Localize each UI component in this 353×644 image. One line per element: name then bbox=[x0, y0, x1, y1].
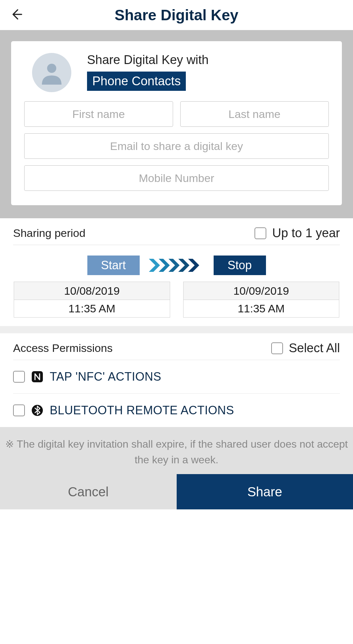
select-all-label: Select All bbox=[289, 341, 340, 355]
share-button[interactable]: Share bbox=[177, 474, 353, 509]
start-date: 10/08/2019 bbox=[14, 282, 170, 300]
contact-card-wrap: Share Digital Key with Phone Contacts bbox=[0, 30, 353, 218]
share-with-label: Share Digital Key with bbox=[87, 53, 209, 67]
phone-contacts-button[interactable]: Phone Contacts bbox=[87, 72, 186, 91]
app-header: Share Digital Key bbox=[0, 0, 353, 30]
permission-item-bluetooth: BLUETOOTH REMOTE ACTIONS bbox=[13, 393, 340, 427]
note-area: ※ The digital key invitation shall expir… bbox=[0, 427, 353, 474]
upto-year-checkbox[interactable] bbox=[255, 227, 266, 239]
note-text: ※ The digital key invitation shall expir… bbox=[3, 436, 350, 468]
stop-datetime[interactable]: 10/09/2019 11:35 AM bbox=[183, 282, 340, 318]
stop-date: 10/09/2019 bbox=[184, 282, 339, 300]
nfc-icon bbox=[31, 370, 44, 383]
stop-button[interactable]: Stop bbox=[214, 256, 266, 275]
page-title: Share Digital Key bbox=[0, 6, 353, 24]
select-all-checkbox[interactable] bbox=[271, 342, 283, 354]
stop-time: 11:35 AM bbox=[184, 300, 339, 317]
permissions-title: Access Permissions bbox=[13, 342, 113, 355]
mobile-input[interactable] bbox=[24, 165, 329, 191]
nfc-checkbox[interactable] bbox=[13, 371, 25, 383]
upto-year-label: Up to 1 year bbox=[272, 226, 340, 240]
last-name-input[interactable] bbox=[180, 101, 329, 127]
sharing-period-section: Sharing period Up to 1 year Start Stop 1… bbox=[0, 218, 353, 326]
chevrons-icon bbox=[149, 257, 204, 273]
cancel-button[interactable]: Cancel bbox=[0, 474, 177, 509]
start-time: 11:35 AM bbox=[14, 300, 170, 317]
sharing-period-title: Sharing period bbox=[13, 227, 85, 239]
bluetooth-checkbox[interactable] bbox=[13, 405, 25, 416]
svg-point-0 bbox=[47, 64, 56, 73]
permissions-section: Access Permissions Select All TAP 'NFC' … bbox=[0, 333, 353, 427]
avatar-icon bbox=[32, 53, 71, 92]
bottom-bar: Cancel Share bbox=[0, 474, 353, 509]
nfc-label: TAP 'NFC' ACTIONS bbox=[50, 370, 161, 384]
start-button[interactable]: Start bbox=[87, 256, 140, 275]
email-input[interactable] bbox=[24, 133, 329, 159]
contact-card: Share Digital Key with Phone Contacts bbox=[11, 41, 342, 205]
back-icon[interactable] bbox=[10, 8, 23, 22]
permission-item-nfc: TAP 'NFC' ACTIONS bbox=[13, 360, 340, 393]
start-datetime[interactable]: 10/08/2019 11:35 AM bbox=[14, 282, 170, 318]
bluetooth-label: BLUETOOTH REMOTE ACTIONS bbox=[50, 404, 234, 417]
section-divider bbox=[0, 326, 353, 333]
first-name-input[interactable] bbox=[24, 101, 173, 127]
bluetooth-icon bbox=[31, 404, 44, 417]
